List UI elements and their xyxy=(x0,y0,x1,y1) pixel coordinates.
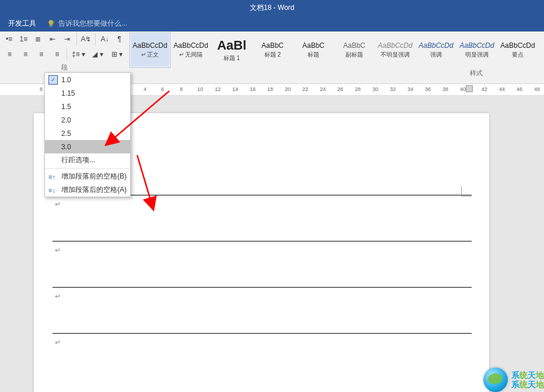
margin-corner-icon xyxy=(461,186,472,197)
ruler-tick: 12 xyxy=(215,86,221,92)
line-spacing-value-item[interactable]: 1.5 xyxy=(45,100,130,113)
ruler-margin-marker[interactable] xyxy=(466,85,473,92)
ruler-tick: 20 xyxy=(285,86,291,92)
paragraph-group-label: 段 xyxy=(4,63,125,72)
ruler-tick: 34 xyxy=(407,86,413,92)
menu-item-label: 1.15 xyxy=(61,89,75,97)
style-name: 要点 xyxy=(512,51,524,59)
horizontal-line xyxy=(53,287,472,288)
align-center-button[interactable]: ≡ xyxy=(19,48,32,61)
style-item[interactable]: AaBbCcDd强调 xyxy=(416,33,456,68)
style-name: ↵ 正文 xyxy=(141,51,159,59)
style-name: 强调 xyxy=(430,51,442,59)
tab-developer[interactable]: 开发工具 xyxy=(8,19,36,29)
watermark-text: 系统天地 系统天地 xyxy=(511,370,544,389)
style-item[interactable]: AaBbCcDd明显强调 xyxy=(456,33,497,68)
tell-me-search[interactable]: 💡 告诉我您想要做什么... xyxy=(47,19,127,29)
line-spacing-value-item[interactable]: 3.0 xyxy=(45,140,130,153)
horizontal-line xyxy=(53,241,472,242)
lightbulb-icon: 💡 xyxy=(47,20,55,28)
style-preview: AaBbCcDd xyxy=(419,41,453,50)
style-name: 标题 xyxy=(308,51,319,59)
window-titlebar: 文档18 - Word xyxy=(0,0,544,16)
style-preview: AaBbC xyxy=(261,41,284,50)
line-spacing-options-item[interactable]: 行距选项... xyxy=(45,153,130,167)
check-icon: ✓ xyxy=(48,75,58,85)
ruler-tick: 4 xyxy=(144,86,147,92)
space-after-icon: ≡↓ xyxy=(48,187,55,194)
style-preview: AaBbC xyxy=(343,41,365,50)
add-space-before-item[interactable]: ≡↑ 增加段落前的空格(B) xyxy=(45,170,130,183)
watermark-char: 天 xyxy=(528,370,536,380)
ribbon-tabs: 开发工具 💡 告诉我您想要做什么... xyxy=(0,16,544,32)
sort-button[interactable]: A↓ xyxy=(99,33,110,46)
styles-gallery: AaBbCcDd↵ 正文AaBbCcDd↵ 无间隔AaBl标题 1AaBbC标题… xyxy=(128,32,544,83)
ruler-tick: 8 xyxy=(180,86,183,92)
style-item[interactable]: AaBbCcDd不明显强调 xyxy=(375,33,416,68)
line-spacing-button[interactable]: ‡≡ ▾ xyxy=(71,48,86,61)
ruler-tick: 24 xyxy=(320,86,326,92)
multilevel-button[interactable]: ≣ xyxy=(33,33,44,46)
style-preview: AaBbCcDd xyxy=(378,41,412,50)
style-item[interactable]: AaBbC标题 xyxy=(293,33,334,68)
ruler-tick: 40 xyxy=(460,86,466,92)
horizontal-line xyxy=(53,333,472,334)
align-right-button[interactable]: ≡ xyxy=(35,48,47,61)
bullets-button[interactable]: •≡ xyxy=(4,33,15,46)
space-before-icon: ≡↑ xyxy=(48,173,55,180)
line-spacing-value-item[interactable]: 2.5 xyxy=(45,127,130,140)
divider xyxy=(95,33,96,45)
justify-button[interactable]: ≡ xyxy=(51,48,63,61)
line-spacing-value-item[interactable]: ✓1.0 xyxy=(45,73,130,86)
shading-button[interactable]: ◢ ▾ xyxy=(90,48,106,61)
numbering-button[interactable]: 1≡ xyxy=(18,33,29,46)
menu-item-label: 2.5 xyxy=(61,130,71,138)
style-name: 标题 1 xyxy=(224,54,240,62)
style-item[interactable]: AaBbC标题 2 xyxy=(252,33,293,68)
ruler-tick: 30 xyxy=(372,86,378,92)
watermark-char: 天 xyxy=(528,380,536,389)
menu-item-label: 1.0 xyxy=(61,76,71,84)
watermark-char: 系 xyxy=(511,370,519,380)
line-spacing-menu: ✓1.01.151.52.02.53.0 行距选项... ≡↑ 增加段落前的空格… xyxy=(44,72,131,197)
menu-item-label: 增加段落后的空格(A) xyxy=(61,185,127,195)
ruler-tick: 44 xyxy=(499,86,505,92)
ruler-tick: 18 xyxy=(267,86,273,92)
watermark-char: 地 xyxy=(536,380,544,389)
menu-item-label: 3.0 xyxy=(61,143,71,151)
style-name: 标题 2 xyxy=(264,51,281,59)
align-left-button[interactable]: ≡ xyxy=(4,48,16,61)
style-preview: AaBbC xyxy=(302,41,325,50)
style-name: 副标题 xyxy=(346,51,363,59)
style-preview: AaBl xyxy=(217,38,246,53)
increase-indent-button[interactable]: ⇥ xyxy=(62,33,73,46)
ruler-tick: 38 xyxy=(442,86,448,92)
line-spacing-value-item[interactable]: 2.0 xyxy=(45,113,130,127)
style-item[interactable]: AaBbC副标题 xyxy=(334,33,375,68)
borders-button[interactable]: ⊞ ▾ xyxy=(109,48,125,61)
style-preview: AaBbCcDd xyxy=(459,41,494,50)
add-space-after-item[interactable]: ≡↓ 增加段落后的空格(A) xyxy=(45,183,130,197)
watermark-char: 统 xyxy=(519,370,528,380)
watermark-char: 地 xyxy=(536,370,544,380)
style-item[interactable]: AaBbCcDd↵ 无间隔 xyxy=(170,33,211,68)
ruler-tick: 32 xyxy=(390,86,396,92)
style-item[interactable]: AaBbCcDd要点 xyxy=(497,33,538,68)
styles-group-label: 样式 xyxy=(410,69,543,78)
ruler-tick: 48 xyxy=(534,86,540,92)
clear-formatting-button[interactable]: A↯ xyxy=(80,33,92,46)
style-name: ↵ 无间隔 xyxy=(179,51,203,59)
style-name: 明显强调 xyxy=(465,51,489,59)
line-spacing-value-item[interactable]: 1.15 xyxy=(45,86,130,100)
style-item[interactable]: AaBl标题 1 xyxy=(211,33,252,68)
ruler-tick: 42 xyxy=(482,86,487,92)
menu-item-label: 行距选项... xyxy=(61,155,95,165)
divider xyxy=(76,33,77,45)
show-marks-button[interactable]: ¶ xyxy=(114,33,125,46)
ruler-tick: 16 xyxy=(250,86,256,92)
paragraph-mark: ↵ xyxy=(55,246,472,254)
decrease-indent-button[interactable]: ⇤ xyxy=(47,33,58,46)
style-item[interactable]: AaBbCcDd↵ 正文 xyxy=(130,33,170,68)
style-preview: AaBbCcDd xyxy=(132,41,167,50)
watermark-char: 系 xyxy=(511,380,519,389)
